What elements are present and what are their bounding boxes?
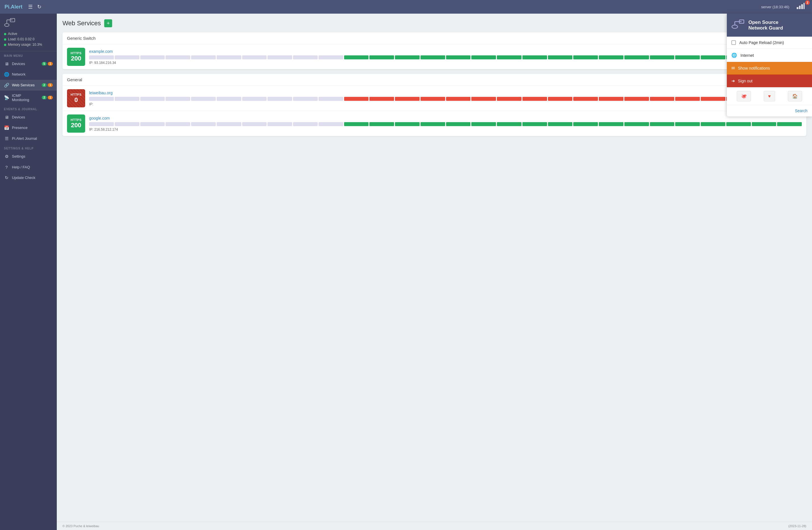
github-button[interactable]: 🐙 — [737, 91, 751, 101]
settings-label: SETTINGS & HELP — [0, 144, 57, 151]
refresh-button[interactable]: ↻ — [37, 4, 41, 10]
sidebar-item-devices[interactable]: 🖥 Devices 5 1 — [0, 58, 57, 69]
home-button[interactable]: 🏠 — [788, 91, 802, 101]
bar-segment-green — [369, 55, 394, 59]
bar-segment-green — [573, 122, 598, 126]
web-services-badges: 2 1 — [42, 83, 53, 87]
bar-segment-gray — [191, 97, 216, 101]
settings-label-item: Settings — [12, 154, 53, 158]
bar-segment-gray — [293, 55, 318, 59]
sidebar-item-devices-events[interactable]: 🖥 Devices — [0, 112, 57, 123]
bar-segment-green — [675, 122, 700, 126]
help-label: Help / FAQ — [12, 165, 53, 169]
bar-segment-green — [344, 55, 369, 59]
bar-segment-green — [701, 55, 725, 59]
bar-segment-green — [650, 55, 675, 59]
bar-segment-green — [777, 122, 802, 126]
devices-badge-green: 5 — [42, 62, 47, 66]
group-header-generic-switch: Generic Switch — [62, 32, 806, 44]
network-label: Network — [12, 72, 53, 76]
https-badge-leiweibau: HTTPS 0 — [67, 89, 85, 108]
menu-button[interactable]: ☰ — [28, 4, 33, 10]
web-services-label: Web Services — [12, 83, 39, 87]
bar-segment-gray — [319, 55, 343, 59]
journal-icon: ☰ — [4, 136, 9, 141]
https-badge-google: HTTPS 200 — [67, 114, 85, 133]
sidebar-item-journal[interactable]: ☰ Pi.Alert Journal — [0, 133, 57, 144]
dropdown-links: 🐙 ♥ 🏠 — [727, 87, 812, 105]
topbar-actions: ☰ ↻ — [28, 4, 41, 10]
sidebar-item-settings[interactable]: ⚙ Settings — [0, 151, 57, 162]
auto-reload-checkbox[interactable] — [731, 40, 736, 45]
bar-segment-red — [497, 97, 522, 101]
devices-badges: 5 1 — [42, 62, 53, 66]
main-menu-label: MAIN MENU — [0, 52, 57, 58]
bar-segment-green — [599, 55, 623, 59]
icmp-label: ICMP Monitoring — [12, 94, 39, 102]
sidebar-item-web-services[interactable]: 🔗 Web Services 2 1 — [0, 80, 57, 90]
bar-segment-gray — [242, 97, 267, 101]
heart-button[interactable]: ♥ — [764, 91, 775, 101]
chart-bars-example — [89, 55, 802, 59]
sidebar: Active Load: 0.01 0.02 0 Memory usage: 1… — [0, 14, 57, 530]
topbar: Pi.Alert ☰ ↻ server (18:33:46) 2 — [0, 0, 812, 14]
dropdown-search[interactable]: Search — [727, 105, 812, 116]
devices-badge-orange: 1 — [48, 62, 53, 66]
sidebar-item-icmp[interactable]: 📡 ICMP Monitoring 2 1 — [0, 90, 57, 105]
bar-segment-green — [395, 122, 420, 126]
bar-segment-green — [522, 55, 547, 59]
internet-icon: 🌐 — [731, 53, 737, 58]
bar-segment-green — [497, 122, 522, 126]
ws-badge-green: 2 — [42, 83, 47, 87]
sidebar-item-help[interactable]: ? Help / FAQ — [0, 162, 57, 172]
dropdown-logo-icon — [731, 18, 745, 32]
bar-segment-red — [675, 97, 700, 101]
home-icon: 🏠 — [792, 94, 798, 99]
footer-date: (2023-11-28) — [788, 524, 806, 528]
bar-segment-gray — [319, 97, 343, 101]
bar-segment-red — [471, 97, 496, 101]
page-title: Web Services — [62, 19, 101, 27]
service-group-generic-switch: Generic Switch HTTPS 200 example.com IP:… — [62, 32, 806, 69]
sidebar-item-update[interactable]: ↻ Update Check — [0, 172, 57, 183]
bar-segment-red — [624, 97, 649, 101]
bar-segment-gray — [242, 122, 267, 126]
settings-icon: ⚙ — [4, 154, 9, 159]
sidebar-status: Active Load: 0.01 0.02 0 Memory usage: 1… — [0, 14, 57, 52]
bar-segment-green — [395, 55, 420, 59]
service-row-example-com: HTTPS 200 example.com IP: 93.184.216.34 — [62, 44, 806, 69]
bar-segment-green — [344, 122, 369, 126]
dropdown-internet[interactable]: 🌐 Internet — [727, 49, 812, 62]
service-url-example[interactable]: example.com — [89, 49, 802, 54]
bar-segment-red — [701, 97, 725, 101]
sidebar-item-network[interactable]: 🌐 Network — [0, 69, 57, 80]
svg-point-4 — [4, 24, 9, 26]
service-ip-leiweibau: IP: — [89, 102, 802, 106]
service-url-google[interactable]: google.com — [89, 116, 802, 120]
footer-copyright: © 2023 Puche & leiweibau — [62, 524, 99, 528]
show-notifications-button[interactable]: ✉ Show notifications — [727, 62, 812, 75]
service-info-example: example.com IP: 93.184.216.34 — [89, 49, 802, 65]
network-antenna-icon — [796, 2, 805, 10]
devices-events-icon: 🖥 — [4, 115, 9, 119]
network-icon: 🌐 — [4, 72, 9, 77]
load-dot — [4, 38, 6, 41]
service-url-leiweibau[interactable]: leiweibau.org — [89, 90, 802, 95]
layout: Active Load: 0.01 0.02 0 Memory usage: 1… — [0, 14, 812, 530]
sign-out-button[interactable]: ➜ Sign out — [727, 75, 812, 87]
events-label: EVENTS & JOURNAL — [0, 105, 57, 112]
service-row-google: HTTPS 200 google.com IP: 216.58.212.174 — [62, 111, 806, 136]
bar-segment-gray — [89, 122, 114, 126]
dropdown-subtitle: Network Guard — [749, 25, 783, 31]
https-badge-example: HTTPS 200 — [67, 48, 85, 66]
bar-segment-green — [420, 122, 445, 126]
dropdown-auto-reload[interactable]: Auto Page Reload (2min) — [727, 37, 812, 49]
add-service-button[interactable]: + — [104, 19, 112, 27]
auto-reload-label: Auto Page Reload (2min) — [739, 40, 784, 45]
sidebar-item-presence[interactable]: 📅 Presence — [0, 123, 57, 133]
network-icon-button[interactable]: 2 — [794, 2, 808, 12]
group-header-general: General — [62, 74, 806, 86]
bar-segment-red — [522, 97, 547, 101]
page-header: Web Services + — [62, 19, 806, 27]
notification-badge: 2 — [805, 0, 810, 5]
